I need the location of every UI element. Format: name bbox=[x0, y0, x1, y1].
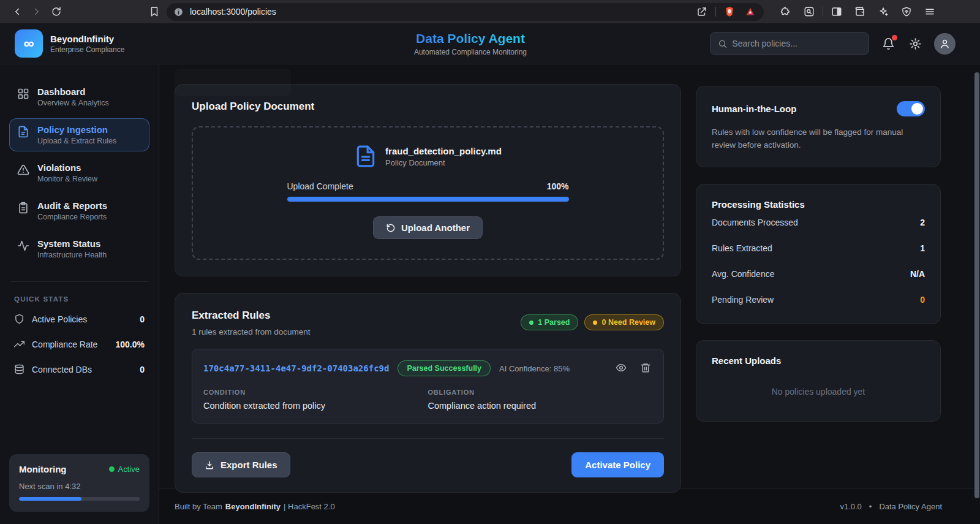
clipboard-icon bbox=[17, 202, 29, 216]
monitoring-status: Active bbox=[118, 465, 140, 474]
page-search-icon[interactable] bbox=[799, 2, 819, 21]
header-actions bbox=[710, 32, 980, 55]
nav-label: Dashboard bbox=[37, 86, 85, 97]
brand-name: BeyondInfinity bbox=[50, 34, 124, 44]
brave-rewards-icon[interactable] bbox=[743, 4, 758, 19]
upload-dropzone[interactable]: fraud_detection_policy.md Policy Documen… bbox=[192, 126, 664, 260]
monitoring-status-badge: Active bbox=[109, 465, 140, 474]
ghost-heading bbox=[175, 69, 291, 96]
brand: ∞ BeyondInfinity Enterprise Compliance bbox=[0, 29, 159, 58]
rule-row: 170c4a77-3411-4e47-9df2-07403a26fc9d Par… bbox=[192, 349, 664, 423]
download-icon bbox=[205, 460, 214, 470]
address-bar[interactable]: localhost:3000/policies bbox=[167, 3, 764, 21]
sidebar-item-violations[interactable]: Violations Monitor & Review bbox=[9, 156, 149, 189]
activate-policy-button[interactable]: Activate Policy bbox=[571, 452, 664, 477]
monitoring-title: Monitoring bbox=[19, 464, 66, 474]
nav-label: Policy Ingestion bbox=[37, 124, 108, 135]
delete-rule-button[interactable] bbox=[640, 362, 652, 374]
nav-sublabel: Overview & Analytics bbox=[37, 99, 109, 107]
scan-progress-fill bbox=[19, 497, 81, 501]
condition-label: CONDITION bbox=[203, 389, 428, 396]
scan-progress-track bbox=[19, 497, 140, 501]
brave-shields-icon[interactable] bbox=[722, 4, 737, 19]
infinity-glyph: ∞ bbox=[23, 35, 34, 52]
human-in-the-loop-card: Human-in-the-Loop Rules with low confide… bbox=[696, 86, 941, 167]
browser-window: localhost:3000/policies bbox=[0, 0, 980, 524]
bookmark-icon[interactable] bbox=[145, 2, 164, 21]
sidebar-item-dashboard[interactable]: Dashboard Overview & Analytics bbox=[9, 80, 149, 113]
divider bbox=[823, 7, 823, 17]
hitl-toggle[interactable] bbox=[897, 101, 925, 116]
need-review-badge: 0 Need Review bbox=[584, 314, 664, 330]
sidebar-item-audit-reports[interactable]: Audit & Reports Compliance Reports bbox=[9, 194, 149, 227]
reload-icon[interactable] bbox=[47, 2, 66, 21]
page-scrollbar[interactable] bbox=[974, 72, 979, 498]
export-rules-button[interactable]: Export Rules bbox=[192, 452, 290, 477]
nav-sublabel: Upload & Extract Rules bbox=[37, 137, 116, 145]
app-root: ∞ BeyondInfinity Enterprise Compliance D… bbox=[0, 23, 980, 524]
stat-label: Avg. Confidence bbox=[712, 269, 774, 279]
nav-label: System Status bbox=[37, 238, 100, 249]
app-footer: Built by Team BeyondInfinity | HackFest … bbox=[159, 488, 980, 524]
upload-progress-label: Upload Complete bbox=[287, 181, 353, 191]
app-title: Data Policy Agent bbox=[414, 31, 527, 46]
sidebar-item-policy-ingestion[interactable]: Policy Ingestion Upload & Extract Rules bbox=[9, 118, 149, 151]
content-scroll-area: Upload Policy Document fraud_detection_p… bbox=[159, 64, 980, 488]
content-column: Upload Policy Document fraud_detection_p… bbox=[175, 84, 681, 488]
user-avatar[interactable] bbox=[934, 33, 956, 55]
sidebar-divider bbox=[10, 281, 148, 282]
active-dot-icon bbox=[109, 466, 115, 472]
yellow-dot-icon bbox=[593, 321, 597, 325]
search-input[interactable] bbox=[732, 39, 861, 48]
page-title: Data Policy Agent Automated Compliance M… bbox=[414, 31, 527, 56]
sidebar-item-system-status[interactable]: System Status Infrastructure Health bbox=[9, 232, 149, 265]
upload-progress-percent: 100% bbox=[547, 181, 569, 191]
condition-value: Condition extracted from policy bbox=[203, 401, 428, 411]
footer-meta: v1.0.0 • Data Policy Agent bbox=[840, 502, 942, 511]
stat-label: Connected DBs bbox=[32, 365, 132, 374]
stat-value: 100.0% bbox=[116, 340, 145, 349]
extensions-icon[interactable] bbox=[776, 2, 796, 21]
stat-label: Compliance Rate bbox=[32, 340, 108, 349]
vpn-shield-icon[interactable] bbox=[897, 2, 916, 21]
url-text[interactable]: localhost:3000/policies bbox=[190, 7, 695, 17]
stat-label: Rules Extracted bbox=[712, 243, 772, 253]
menu-icon[interactable] bbox=[920, 2, 940, 21]
leo-ai-icon[interactable] bbox=[873, 2, 893, 21]
recent-uploads-title: Recent Uploads bbox=[712, 355, 925, 366]
browser-toolbar: localhost:3000/policies bbox=[0, 0, 980, 23]
forward-icon[interactable] bbox=[27, 2, 47, 21]
obligation-label: OBLIGATION bbox=[428, 389, 653, 396]
gear-icon bbox=[909, 37, 922, 50]
hitl-description: Rules with low confidence will be flagge… bbox=[712, 126, 925, 152]
rule-id: 170c4a77-3411-4e47-9df2-07403a26fc9d bbox=[203, 363, 389, 373]
divider bbox=[715, 7, 716, 17]
rules-card-title: Extracted Rules bbox=[192, 309, 311, 322]
app-header: ∞ BeyondInfinity Enterprise Compliance D… bbox=[0, 23, 980, 64]
file-document-icon bbox=[354, 145, 377, 168]
parsed-count-badge: 1 Parsed bbox=[521, 314, 578, 330]
footer-app-name: Data Policy Agent bbox=[879, 502, 942, 511]
search-box[interactable] bbox=[710, 32, 869, 55]
notifications-button[interactable] bbox=[880, 36, 896, 51]
settings-button[interactable] bbox=[907, 36, 923, 51]
view-rule-button[interactable] bbox=[616, 362, 628, 374]
document-icon bbox=[17, 126, 29, 140]
person-icon bbox=[939, 38, 951, 50]
nav-sublabel: Infrastructure Health bbox=[37, 251, 107, 259]
next-scan-text: Next scan in 4:32 bbox=[19, 482, 140, 491]
stat-row-pending-review: Pending Review 0 bbox=[712, 287, 925, 313]
back-icon[interactable] bbox=[7, 2, 27, 21]
upload-another-button[interactable]: Upload Another bbox=[373, 216, 483, 239]
wallet-icon[interactable] bbox=[850, 2, 870, 21]
quick-stat-compliance-rate: Compliance Rate 100.0% bbox=[9, 332, 149, 357]
rules-badges: 1 Parsed 0 Need Review bbox=[521, 314, 664, 330]
stat-value: 0 bbox=[140, 314, 145, 324]
sidebar-panel-icon[interactable] bbox=[827, 2, 846, 21]
parsed-count-label: 1 Parsed bbox=[538, 318, 570, 327]
rule-status-badge: Parsed Successfully bbox=[398, 360, 491, 376]
hitl-title: Human-in-the-Loop bbox=[712, 104, 796, 114]
share-icon[interactable] bbox=[695, 4, 709, 19]
stat-label: Pending Review bbox=[712, 295, 774, 305]
site-info-icon[interactable] bbox=[172, 5, 185, 18]
